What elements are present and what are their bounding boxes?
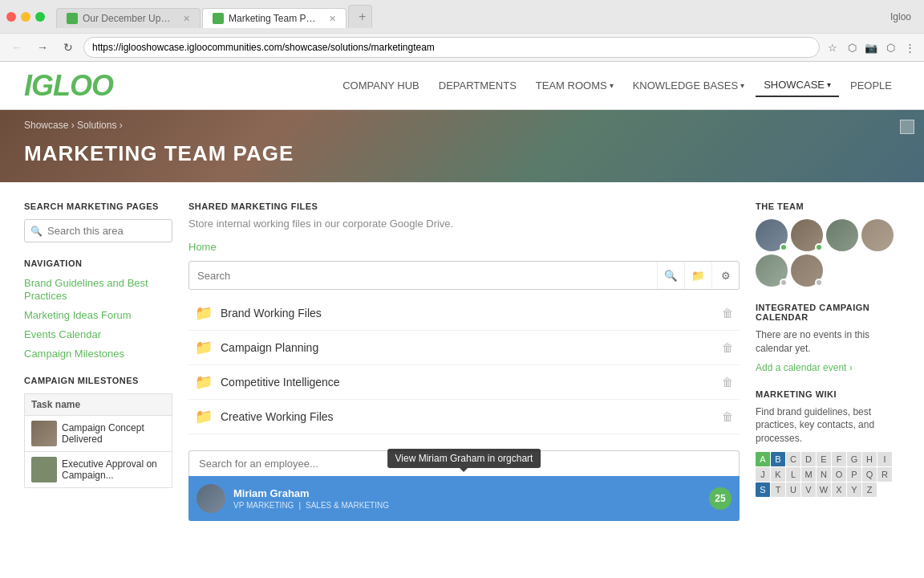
nav-team-rooms[interactable]: TEAM ROOMS ▾ xyxy=(528,75,622,96)
team-title: THE TEAM xyxy=(756,201,900,211)
wiki-letter-N[interactable]: N xyxy=(817,467,831,482)
wiki-letter-P[interactable]: P xyxy=(847,467,861,482)
wiki-letter-M[interactable]: M xyxy=(801,467,816,482)
wiki-letter-U[interactable]: U xyxy=(786,482,800,497)
tab2-close[interactable]: ✕ xyxy=(329,14,336,24)
wiki-letter-I[interactable]: I xyxy=(877,452,892,466)
folder-icon-2: 📁 xyxy=(195,339,213,356)
browser-new-tab[interactable]: + xyxy=(348,5,372,28)
breadcrumb-solutions[interactable]: Solutions xyxy=(77,120,116,131)
wiki-letter-O[interactable]: O xyxy=(832,467,846,482)
wiki-letter-E[interactable]: E xyxy=(817,452,831,466)
folder-delete-2[interactable]: 🗑 xyxy=(722,341,733,354)
avatar-status-1 xyxy=(780,243,788,251)
screenshot-btn[interactable]: 📷 xyxy=(863,39,879,55)
folder-item-3[interactable]: 📁 Competitive Intelligence 🗑 xyxy=(188,365,740,400)
wiki-letter-F[interactable]: F xyxy=(832,452,846,466)
forward-button[interactable]: → xyxy=(32,37,53,58)
wiki-letter-L[interactable]: L xyxy=(786,467,800,482)
nav-link-item-2: Marketing Ideas Forum xyxy=(24,308,172,321)
wiki-letter-Q[interactable]: Q xyxy=(862,467,877,482)
nav-link-events-calendar[interactable]: Events Calendar xyxy=(24,328,101,340)
menu-btn[interactable]: ⋮ xyxy=(902,39,918,55)
nav-people[interactable]: PEOPLE xyxy=(842,75,900,96)
folder-delete-4[interactable]: 🗑 xyxy=(722,410,733,423)
files-search-button[interactable]: 🔍 xyxy=(657,262,684,289)
folder-item-1[interactable]: 📁 Brand Working Files 🗑 xyxy=(188,296,740,331)
calendar-add-link[interactable]: Add a calendar event › xyxy=(756,362,853,373)
employee-tags: VP MARKETING | SALES & MARKETING xyxy=(233,501,701,510)
wiki-title: MARKETING WIKI xyxy=(756,389,900,399)
wiki-letter-Z[interactable]: Z xyxy=(862,482,877,497)
search-input[interactable] xyxy=(24,219,172,242)
wiki-letter-T[interactable]: T xyxy=(771,482,785,497)
browser-close-btn[interactable] xyxy=(6,12,16,22)
files-settings-button[interactable]: ⚙ xyxy=(711,262,739,289)
browser-tab-1[interactable]: Our December Update Is O... ✕ xyxy=(56,8,201,28)
nav-departments[interactable]: DEPARTMENTS xyxy=(431,75,525,96)
nav-knowledge-bases-label: KNOWLEDGE BASES xyxy=(633,79,738,92)
nav-link-brand-guidelines[interactable]: Brand Guidelines and Best Practices xyxy=(24,277,148,302)
wiki-letter-J[interactable]: J xyxy=(756,467,770,482)
folder-delete-1[interactable]: 🗑 xyxy=(722,307,733,320)
milestone-row-1[interactable]: Campaign Concept Delivered xyxy=(25,416,172,452)
employee-name: Miriam Graham xyxy=(233,487,701,499)
nav-company-hub[interactable]: COMPANY HUB xyxy=(334,75,428,96)
wiki-letter-K[interactable]: K xyxy=(771,467,785,482)
tab1-close[interactable]: ✕ xyxy=(183,14,190,24)
team-avatar-3[interactable] xyxy=(826,219,858,251)
files-search-input[interactable] xyxy=(189,264,657,287)
folder-icon-3: 📁 xyxy=(195,373,213,391)
wiki-letter-H[interactable]: H xyxy=(862,452,877,466)
milestones-table: Task name Campaign Concept Delivered xyxy=(24,393,172,488)
wiki-letter-Y[interactable]: Y xyxy=(847,482,861,497)
browser-action-buttons: ☆ ⬡ 📷 ⬡ ⋮ xyxy=(825,39,918,55)
wiki-alphabet: ABCDEFGHIJKLMNOPQRSTUVWXYZ xyxy=(756,452,900,497)
team-avatar-1[interactable] xyxy=(756,219,788,251)
wiki-letter-B[interactable]: B xyxy=(771,452,785,466)
nav-link-marketing-ideas[interactable]: Marketing Ideas Forum xyxy=(24,309,132,321)
nav-showcase[interactable]: SHOWCASE ▾ xyxy=(756,74,839,97)
browser-max-btn[interactable] xyxy=(35,12,45,22)
wiki-letter-V[interactable]: V xyxy=(801,482,816,497)
breadcrumb-showcase[interactable]: Showcase xyxy=(24,120,68,131)
folder-delete-3[interactable]: 🗑 xyxy=(722,376,733,389)
files-upload-button[interactable]: 📁 xyxy=(684,262,711,289)
wiki-letter-C[interactable]: C xyxy=(786,452,800,466)
calendar-section: INTEGRATED CAMPAIGN CALENDAR There are n… xyxy=(756,303,900,373)
back-button[interactable]: ← xyxy=(6,37,27,58)
wiki-letter-X[interactable]: X xyxy=(832,482,846,497)
milestone-row-2[interactable]: Executive Approval on Campaign... xyxy=(25,452,172,488)
hero-widget-btn[interactable] xyxy=(900,120,914,134)
team-avatar-5[interactable] xyxy=(756,254,788,287)
employee-result[interactable]: View Miriam Graham in orgchart Miriam Gr… xyxy=(188,476,740,521)
wiki-letter-D[interactable]: D xyxy=(801,452,816,466)
wiki-letter-W[interactable]: W xyxy=(817,482,831,497)
bookmark-btn[interactable]: ☆ xyxy=(825,39,841,55)
tab2-favicon xyxy=(213,13,224,24)
folder-item-4[interactable]: 📁 Creative Working Files 🗑 xyxy=(188,400,740,434)
wiki-letter-A[interactable]: A xyxy=(756,452,770,466)
navigation-links: Brand Guidelines and Best Practices Mark… xyxy=(24,276,172,360)
team-avatar-4[interactable] xyxy=(861,219,894,251)
browser-titlebar: Our December Update Is O... ✕ Marketing … xyxy=(0,0,924,33)
address-bar[interactable] xyxy=(83,37,820,58)
avatar-img-4 xyxy=(861,219,894,251)
cast-btn[interactable]: ⬡ xyxy=(844,39,860,55)
wiki-letter-S[interactable]: S xyxy=(756,482,770,497)
main-nav: COMPANY HUB DEPARTMENTS TEAM ROOMS ▾ KNO… xyxy=(334,74,900,97)
nav-link-campaign-milestones[interactable]: Campaign Milestones xyxy=(24,348,124,360)
files-home-link[interactable]: Home xyxy=(188,241,740,253)
team-avatars xyxy=(756,219,900,287)
wiki-letter-R[interactable]: R xyxy=(877,467,892,482)
nav-knowledge-bases[interactable]: KNOWLEDGE BASES ▾ xyxy=(625,75,752,96)
folder-item-2[interactable]: 📁 Campaign Planning 🗑 xyxy=(188,331,740,365)
browser-tab-2[interactable]: Marketing Team Page - Igloo... ✕ xyxy=(202,8,346,28)
refresh-button[interactable]: ↻ xyxy=(58,37,79,58)
logo[interactable]: IGLOO xyxy=(24,69,113,103)
team-avatar-2[interactable] xyxy=(791,219,823,251)
wiki-letter-G[interactable]: G xyxy=(847,452,861,466)
team-avatar-6[interactable] xyxy=(791,254,823,287)
extensions-btn[interactable]: ⬡ xyxy=(882,39,898,55)
browser-min-btn[interactable] xyxy=(21,12,30,22)
